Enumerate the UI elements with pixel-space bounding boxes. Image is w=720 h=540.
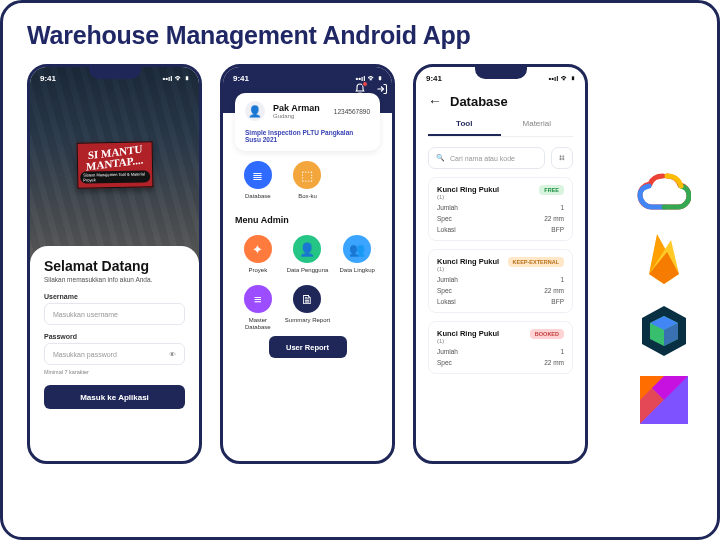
notch xyxy=(475,67,527,79)
report-icon: 🗎 xyxy=(293,285,321,313)
search-input[interactable]: 🔍 Cari nama atau kode xyxy=(428,147,545,169)
item-name: Kunci Ring Pukul xyxy=(437,329,499,338)
jetpack-compose-icon xyxy=(639,304,689,358)
item-name: Kunci Ring Pukul xyxy=(437,185,499,194)
status-icons: ••ıl ᯤ ▮ xyxy=(549,74,576,83)
avatar-icon: 👤 xyxy=(245,101,265,121)
database-body: ← Database Tool Material 🔍 Cari nama ata… xyxy=(416,85,585,380)
status-badge: BOOKED xyxy=(530,329,564,339)
eye-icon[interactable]: 👁 xyxy=(169,351,176,358)
qr-icon: ⌗ xyxy=(559,152,565,164)
status-time: 9:41 xyxy=(233,74,249,83)
database-item[interactable]: Kunci Ring Pukul(1)KEEP-EXTERNALJumlah1S… xyxy=(428,249,573,313)
status-icons: ••ıl ᯤ ▮ xyxy=(356,74,383,83)
database-item[interactable]: Kunci Ring Pukul(1)BOOKEDJumlah1Spec22 m… xyxy=(428,321,573,374)
menu-boxku[interactable]: ⬚ Box-ku xyxy=(285,161,331,205)
user-role: Gudang xyxy=(273,113,320,119)
kotlin-icon xyxy=(640,376,688,424)
item-attr: Spec22 mm xyxy=(437,215,564,222)
notch xyxy=(282,67,334,79)
tab-material[interactable]: Material xyxy=(501,119,574,136)
item-name: Kunci Ring Pukul xyxy=(437,257,499,266)
inspection-link[interactable]: Simple Inspection PLTU Pangkalan Susu 20… xyxy=(245,129,370,143)
notification-icon[interactable] xyxy=(354,83,366,98)
password-hint: Minimal 7 karakter xyxy=(44,369,185,375)
item-attr: Jumlah1 xyxy=(437,348,564,355)
item-count: (1) xyxy=(437,338,499,344)
menu-master-database[interactable]: ≡ Master Database xyxy=(235,285,281,330)
login-button[interactable]: Masuk ke Aplikasi xyxy=(44,385,185,409)
admin-menu-grid: ✦ Proyek 👤 Data Pengguna 👥 Data Lingkup … xyxy=(235,235,380,330)
item-attr: LokasiBFP xyxy=(437,298,564,305)
top-menu-grid: ≣ Database ⬚ Box-ku xyxy=(235,161,380,205)
search-placeholder: Cari nama atau kode xyxy=(450,155,515,162)
phone-login: 9:41 ••ıl ᯤ ▮ SI MANTU MANTAP.... Sistem… xyxy=(27,64,202,464)
menu-proyek[interactable]: ✦ Proyek xyxy=(235,235,281,279)
status-time: 9:41 xyxy=(40,74,56,83)
status-badge: KEEP-EXTERNAL xyxy=(508,257,564,267)
menu-label: Master Database xyxy=(235,317,281,330)
status-time: 9:41 xyxy=(426,74,442,83)
group-icon: 👥 xyxy=(343,235,371,263)
box-icon: ⬚ xyxy=(293,161,321,189)
logout-icon[interactable] xyxy=(376,83,388,98)
menu-data-lingkup[interactable]: 👥 Data Lingkup xyxy=(334,235,380,279)
item-attr: Jumlah1 xyxy=(437,204,564,211)
tech-logos xyxy=(637,168,691,424)
dashboard-body: 👤 Pak Arman Gudang 1234567890 Simple Ins… xyxy=(223,113,392,368)
status-badge: FREE xyxy=(539,185,564,195)
item-count: (1) xyxy=(437,266,499,272)
password-label: Password xyxy=(44,333,185,340)
database-icon: ≣ xyxy=(244,161,272,189)
menu-data-pengguna[interactable]: 👤 Data Pengguna xyxy=(285,235,331,279)
user-card: 👤 Pak Arman Gudang 1234567890 Simple Ins… xyxy=(235,93,380,151)
login-sheet: Selamat Datang Silakan memasukkan info a… xyxy=(30,246,199,421)
password-placeholder: Masukkan password xyxy=(53,351,117,358)
user-icon: 👤 xyxy=(293,235,321,263)
menu-database[interactable]: ≣ Database xyxy=(235,161,281,205)
back-icon[interactable]: ← xyxy=(428,93,442,109)
item-attr: Jumlah1 xyxy=(437,276,564,283)
master-db-icon: ≡ xyxy=(244,285,272,313)
login-hero: 9:41 ••ıl ᯤ ▮ SI MANTU MANTAP.... Sistem… xyxy=(30,67,199,262)
notch xyxy=(89,67,141,79)
username-placeholder: Masukkan username xyxy=(53,311,118,318)
admin-section-title: Menu Admin xyxy=(235,215,380,225)
item-attr: Spec22 mm xyxy=(437,287,564,294)
user-report-button[interactable]: User Report xyxy=(269,336,347,358)
phone-database: 9:41 ••ıl ᯤ ▮ ← Database Tool Material 🔍… xyxy=(413,64,588,464)
user-name: Pak Arman xyxy=(273,103,320,113)
tab-tool[interactable]: Tool xyxy=(428,119,501,136)
scan-qr-button[interactable]: ⌗ xyxy=(551,147,573,169)
status-icons: ••ıl ᯤ ▮ xyxy=(163,74,190,83)
welcome-heading: Selamat Datang xyxy=(44,258,185,274)
username-input[interactable]: Masukkan username xyxy=(44,303,185,325)
menu-label: Database xyxy=(245,193,271,205)
proyek-icon: ✦ xyxy=(244,235,272,263)
database-tabs: Tool Material xyxy=(428,119,573,137)
item-count: (1) xyxy=(437,194,499,200)
item-attr: Spec22 mm xyxy=(437,359,564,366)
page-title: Warehouse Management Android App xyxy=(27,21,693,50)
phone-dashboard: 9:41 ••ıl ᯤ ▮ 👤 Pak Arman Guda xyxy=(220,64,395,464)
database-page-title: Database xyxy=(450,94,508,109)
database-item[interactable]: Kunci Ring Pukul(1)FREEJumlah1Spec22 mmL… xyxy=(428,177,573,241)
notification-badge xyxy=(362,81,368,87)
firebase-icon xyxy=(643,230,685,286)
app-logo-banner: SI MANTU MANTAP.... Sistem Manajemen Too… xyxy=(76,141,153,188)
menu-label: Data Pengguna xyxy=(287,267,329,279)
search-icon: 🔍 xyxy=(436,154,445,162)
google-cloud-icon xyxy=(637,168,691,212)
username-label: Username xyxy=(44,293,185,300)
menu-label: Data Lingkup xyxy=(339,267,374,279)
menu-summary-report[interactable]: 🗎 Summary Report xyxy=(285,285,331,330)
item-attr: LokasiBFP xyxy=(437,226,564,233)
menu-label: Proyek xyxy=(248,267,267,279)
password-input[interactable]: Masukkan password 👁 xyxy=(44,343,185,365)
user-phone: 1234567890 xyxy=(334,108,370,115)
phone-row: 9:41 ••ıl ᯤ ▮ SI MANTU MANTAP.... Sistem… xyxy=(27,64,693,464)
menu-label: Box-ku xyxy=(298,193,317,205)
menu-label: Summary Report xyxy=(285,317,330,329)
welcome-subtitle: Silakan memasukkan info akun Anda. xyxy=(44,276,185,283)
